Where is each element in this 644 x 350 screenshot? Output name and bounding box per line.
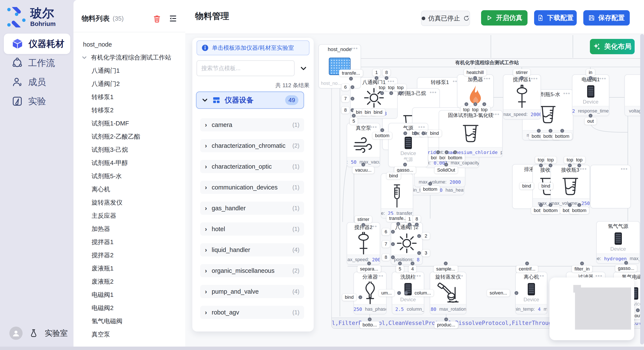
port-connector-dot[interactable]: › [415, 223, 419, 226]
port-connector-dot[interactable]: › [352, 114, 356, 118]
port-connector-dot[interactable]: › [422, 131, 425, 135]
port-5[interactable]: 5 [396, 265, 404, 273]
horizontal-scrollbar[interactable] [0, 347, 644, 350]
tree-item[interactable]: 试剂瓶5-水 [74, 170, 185, 183]
category-row-liquid_handler[interactable]: ›liquid_handler(4) [200, 243, 304, 256]
vertical-scrollbar[interactable] [640, 34, 644, 345]
port-produc[interactable]: produc... [434, 321, 458, 329]
port-bind[interactable]: bind [520, 182, 534, 190]
category-row-characterization_chromatic[interactable]: ›characterization_chromatic(2) [200, 139, 304, 152]
port-6[interactable]: 6 [342, 84, 350, 91]
save-config-button[interactable]: 保存配置 [583, 10, 630, 25]
port-connector-dot[interactable]: › [548, 129, 552, 133]
node-menu-icon[interactable]: ••• [621, 166, 628, 172]
port-vacuu[interactable]: vacuu... [352, 167, 374, 174]
category-row-robot_agv[interactable]: ›robot_agv(1) [200, 306, 304, 319]
port-separa[interactable]: separa... [357, 265, 381, 273]
category-row-gas_handler[interactable]: ›gas_handler(1) [200, 201, 304, 215]
port-connector-dot[interactable]: › [474, 102, 477, 106]
category-row-camera[interactable]: ›camera(1) [200, 118, 304, 131]
node-menu-icon[interactable]: ••• [537, 273, 544, 279]
port-botto[interactable]: botto... [360, 321, 380, 329]
port-8[interactable]: 8 [382, 254, 390, 261]
port-connector-dot[interactable]: › [520, 76, 524, 80]
port-gasso[interactable]: gasso... [615, 265, 637, 272]
port-solven[interactable]: solven... [487, 289, 510, 297]
trash-icon[interactable] [153, 14, 161, 23]
port-connector-dot[interactable]: › [362, 163, 365, 167]
tree-item[interactable]: 氢气电磁阀 [74, 315, 185, 328]
port-connector-dot[interactable]: › [445, 150, 448, 154]
port-centrif[interactable]: centrif... [516, 265, 538, 273]
port-sample[interactable]: sample... [434, 265, 458, 273]
port-bottom[interactable]: bottom [569, 207, 589, 214]
node-旋转蒸发仪[interactable]: 旋转蒸发仪•••temp:180max_rotation_speed: [430, 272, 466, 314]
sidebar-item-2[interactable]: 工作流 [4, 53, 70, 73]
node-menu-icon[interactable]: ••• [370, 223, 377, 230]
tree-item[interactable]: 废液瓶2 [74, 275, 185, 288]
port-4[interactable]: 4 [408, 265, 416, 273]
equipment-group-row[interactable]: 仪器设备 49 [196, 91, 304, 109]
port-SolidOut[interactable]: SolidOut [434, 167, 458, 174]
minimap-viewport-rect[interactable] [575, 288, 631, 330]
tree-item[interactable]: 试剂瓶2-乙酸乙酯 [74, 130, 185, 143]
node-menu-icon[interactable]: ••• [484, 75, 491, 82]
port-connector-dot[interactable]: › [444, 318, 448, 321]
port-1[interactable]: 1 [372, 69, 380, 76]
node-card[interactable]: ••• [590, 165, 631, 208]
node-host_node[interactable]: host_node•••host_no... [318, 44, 361, 88]
chevron-down-icon[interactable] [82, 55, 87, 60]
port-connector-dot[interactable]: › [577, 203, 581, 207]
port-bind[interactable]: bind [386, 172, 401, 179]
port-connector-dot[interactable]: › [436, 150, 440, 154]
port-connector-dot[interactable]: › [568, 164, 572, 167]
port-um[interactable]: um... [379, 289, 394, 297]
node-menu-icon[interactable]: ••• [414, 273, 421, 279]
node-menu-icon[interactable]: ••• [388, 78, 394, 85]
port-connector-dot[interactable]: › [398, 262, 402, 265]
port-connector-dot[interactable]: › [482, 102, 486, 106]
port-2[interactable]: 2 [422, 232, 430, 240]
port-filterin[interactable]: filter_in [572, 265, 592, 273]
port-top[interactable]: top [478, 106, 490, 113]
port-top[interactable]: top [573, 156, 586, 164]
tree-item[interactable]: 加热器 [74, 222, 185, 236]
tree-item[interactable]: 八通阀门2 [74, 77, 185, 91]
sidebar-footer[interactable]: 实验室 [9, 326, 69, 340]
node-menu-icon[interactable]: ••• [599, 75, 606, 82]
category-row-hotel[interactable]: ›hotel(1) [200, 222, 304, 236]
port-connector-dot[interactable]: › [414, 131, 418, 135]
node-menu-icon[interactable]: ••• [492, 111, 500, 118]
avatar[interactable] [9, 327, 22, 340]
port-connector-dot[interactable]: › [380, 128, 384, 132]
port-connector-dot[interactable]: › [403, 131, 407, 135]
port-connector-dot[interactable]: › [397, 291, 401, 295]
port-connector-dot[interactable]: › [350, 85, 354, 89]
port-8[interactable]: 8 [413, 215, 421, 223]
tree-item[interactable]: 旋转蒸发仪 [74, 196, 185, 209]
port-colum[interactable]: colum... [412, 289, 434, 297]
port-5[interactable]: 5 [350, 118, 358, 125]
tree-item[interactable]: 转移泵2 [74, 104, 185, 117]
category-row-characterization_optic[interactable]: ›characterization_optic(1) [200, 160, 304, 173]
port-connector-dot[interactable]: › [525, 262, 529, 265]
port-in[interactable]: in [586, 69, 595, 76]
tree-item-group[interactable]: 有机化学流程综合测试工作站 [74, 51, 185, 64]
port-top[interactable]: top [394, 84, 406, 91]
port-bind[interactable]: bind [427, 130, 442, 137]
node-电磁阀1[interactable]: 电磁阀1•••Devicege:12response_time:0.1 [572, 74, 609, 116]
node-menu-icon[interactable]: ••• [456, 273, 464, 279]
port-connector-dot[interactable]: › [417, 251, 421, 255]
node-固体试剂瓶3-氯化镁[interactable]: 固体试剂瓶3-氯化镁•••agent:magnesium_chloridephy… [439, 110, 502, 157]
port-connector-dot[interactable]: › [453, 150, 457, 154]
tree-item[interactable]: 废液瓶1 [74, 262, 185, 275]
node-menu-icon[interactable]: ••• [531, 75, 538, 82]
port-bottom[interactable]: bottom [540, 207, 560, 214]
port-out[interactable]: out [584, 118, 597, 125]
chevron-down-icon[interactable] [299, 64, 308, 73]
port-1[interactable]: 1 [406, 215, 414, 223]
category-row-organic_miscellaneous[interactable]: ›organic_miscellaneous(2) [200, 264, 304, 277]
port-bottom[interactable]: bottom [445, 154, 465, 161]
port-bottom[interactable]: bottom [420, 186, 440, 193]
port-connector-dot[interactable]: › [349, 77, 353, 81]
